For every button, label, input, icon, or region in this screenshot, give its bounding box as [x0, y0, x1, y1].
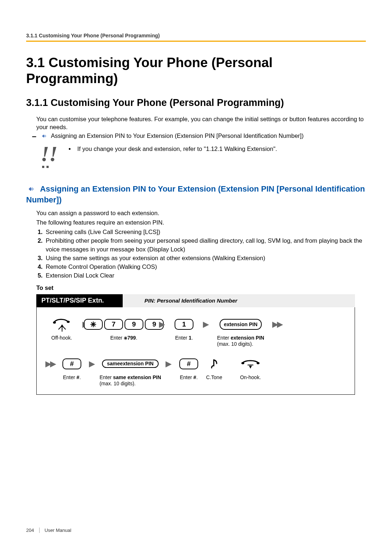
dash-item-text: Assigning an Extension PIN to Your Exten…: [51, 132, 303, 139]
procedure-row: Off-hook. ▶ 7 9 9 Enter 799.: [45, 317, 346, 348]
ctone-icon: [208, 357, 220, 371]
arrow-icon: ▶: [161, 357, 176, 369]
arrow-icon: ▶: [85, 357, 99, 369]
step-caption: Enter #.: [63, 374, 81, 381]
svg-point-16: [257, 362, 260, 364]
page-title: 3.1 Customising Your Phone (Personal Pro…: [26, 55, 366, 87]
procedure-row: ▶▶ # Enter #. ▶ sameextension PIN: [45, 357, 346, 387]
step-caption: Enter 799.: [110, 335, 138, 341]
to-set-label: To set: [36, 284, 366, 291]
diamond-bullet-icon: [40, 133, 48, 140]
procedure-box: PT/SLT/PS/SIP Extn. PIN: Personal Identi…: [36, 294, 355, 395]
subsection-heading: Assigning an Extension PIN to Your Exten…: [26, 184, 366, 205]
exclamation-icon: !!: [41, 144, 58, 164]
svg-point-15: [241, 362, 244, 364]
svg-marker-6: [61, 324, 64, 327]
key-hash: #: [62, 358, 81, 369]
feature-item: Extension Dial Lock Clear: [44, 271, 366, 280]
step-caption: C.Tone: [206, 374, 222, 381]
svg-point-4: [53, 321, 56, 324]
bullet-dot: •: [69, 145, 71, 153]
onhook-icon: [240, 357, 261, 371]
step-caption: On-hook.: [240, 374, 261, 381]
offhook-icon: [52, 317, 72, 331]
arrow-double-icon: ▶▶: [45, 357, 59, 369]
dash-list-item: – Assigning an Extension PIN to Your Ext…: [26, 132, 366, 140]
intro-paragraph: You can customise your telephone feature…: [26, 115, 366, 131]
step-caption: Off-hook.: [51, 335, 72, 341]
running-head: 3.1.1 Customising Your Phone (Personal P…: [26, 33, 366, 41]
section-title: 3.1.1 Customising Your Phone (Personal P…: [26, 97, 366, 108]
step-caption: Enter #.: [180, 374, 197, 381]
note-block: !! • If you change your desk and extensi…: [26, 144, 366, 164]
procedure-header-light: PIN: Personal Identification Number: [123, 294, 355, 307]
step-caption: Enter same extension PIN (max. 10 digits…: [99, 374, 161, 387]
step-caption: Enter 1.: [175, 335, 193, 341]
blue-p2: The following features require an extens…: [26, 218, 366, 226]
step-caption: Enter extension PIN (max. 10 digits).: [217, 335, 264, 348]
feature-item: Screening calls (Live Call Screening [LC…: [44, 228, 366, 237]
arrow-double-icon: ▶▶: [268, 317, 286, 329]
svg-point-5: [67, 321, 70, 323]
feature-item: Using the same settings as your extensio…: [44, 254, 366, 263]
key-1: 1: [175, 319, 193, 330]
blue-p1: You can assign a password to each extens…: [26, 209, 366, 217]
feature-item: Prohibiting other people from seeing you…: [44, 237, 366, 254]
orange-rule: [26, 41, 366, 42]
procedure-header-dark: PT/SLT/PS/SIP Extn.: [36, 294, 123, 307]
dash-bullet: –: [32, 132, 36, 140]
doc-title: User Manual: [45, 528, 72, 533]
page-number: 204: [26, 528, 40, 533]
key-ext-pin: extension PIN: [220, 319, 262, 330]
key-7: 7: [104, 319, 123, 330]
key-star: [84, 319, 103, 330]
arrow-icon: ▶: [199, 317, 213, 329]
svg-marker-17: [249, 366, 252, 369]
note-text: If you change your desk and extension, r…: [77, 145, 277, 152]
key-9: 9: [124, 319, 143, 330]
subsection-heading-text: Assigning an Extension PIN to Your Exten…: [26, 184, 365, 204]
feature-item: Remote Control Operation (Walking COS): [44, 263, 366, 271]
key-same-ext-pin: sameextension PIN: [102, 360, 159, 368]
key-hash: #: [179, 358, 198, 369]
diamond-heading-icon: [26, 185, 38, 194]
arrow-icon: ▶: [155, 317, 170, 329]
page-footer: 204 User Manual: [26, 528, 71, 533]
feature-list: Screening calls (Live Call Screening [LC…: [26, 228, 366, 280]
